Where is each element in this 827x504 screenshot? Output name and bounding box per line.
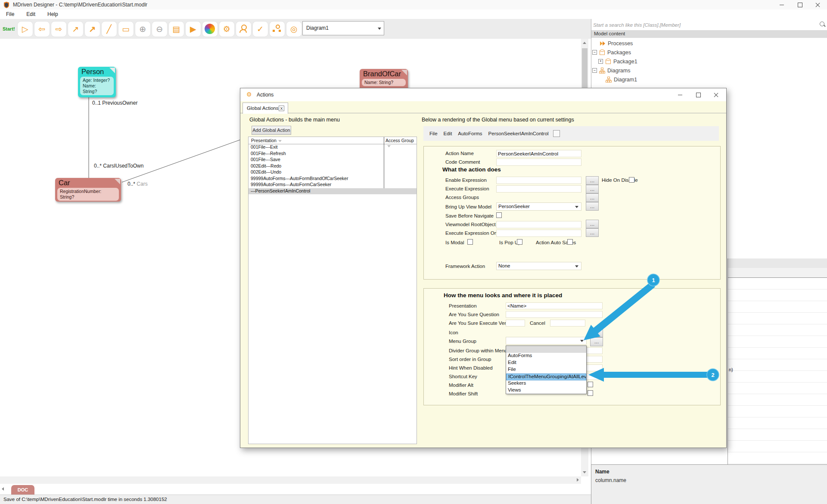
enable-expression-input[interactable] bbox=[496, 177, 581, 184]
save-before-navigate-checkbox[interactable] bbox=[496, 212, 502, 218]
code-comment-input[interactable] bbox=[496, 159, 581, 166]
dropdown-item[interactable]: AutoForms bbox=[506, 353, 586, 360]
dropdown-item-empty[interactable] bbox=[506, 346, 586, 353]
action-row[interactable]: 002Edit---Undo bbox=[249, 169, 417, 176]
action-row[interactable]: 001File---Exit bbox=[249, 144, 417, 151]
tree-item-diagrams[interactable]: − Diagrams bbox=[592, 66, 631, 75]
action-row[interactable]: 99999AutoForms---AutoFormBrandOfCarSeeke… bbox=[249, 176, 417, 182]
are-you-sure-verb-input[interactable] bbox=[506, 320, 525, 327]
horizontal-scrollbar[interactable] bbox=[0, 476, 581, 484]
is-modal-checkbox[interactable] bbox=[467, 239, 473, 245]
bring-up-view-model-combo[interactable]: PersonSeeker bbox=[496, 202, 581, 211]
action-row[interactable]: 99999AutoForms---AutoFormCarSeeker bbox=[249, 182, 417, 188]
class-car[interactable]: Car RegistrationNumber: String? bbox=[55, 178, 121, 202]
class-person[interactable]: Person Age: Integer? Name: String? bbox=[78, 67, 116, 97]
modifier-alt-checkbox[interactable] bbox=[588, 382, 593, 387]
menu-edit[interactable]: Edit bbox=[20, 11, 41, 17]
nav-back-icon[interactable]: ⇦ bbox=[34, 21, 50, 37]
menu-help[interactable]: Help bbox=[41, 11, 64, 17]
is-pop-up-checkbox[interactable] bbox=[517, 239, 522, 245]
hide-on-disable-checkbox[interactable] bbox=[629, 177, 634, 183]
pattern-nodes-icon[interactable] bbox=[269, 21, 285, 37]
icon-ellipsis-button[interactable]: … bbox=[590, 328, 603, 337]
action-row-selected[interactable]: ---PersonSeekerIAmInControl bbox=[249, 188, 417, 195]
dashed-line-icon[interactable]: ╱ bbox=[101, 21, 117, 37]
menu-group-ellipsis-button[interactable]: … bbox=[590, 337, 603, 346]
tab-scroll-left-icon[interactable] bbox=[2, 487, 4, 491]
tree-item-packages[interactable]: − Packages bbox=[592, 48, 631, 57]
search-icon[interactable] bbox=[820, 22, 824, 26]
preview-menu-extra-icon[interactable] bbox=[553, 130, 560, 137]
validate-check-icon[interactable]: ✓ bbox=[252, 21, 268, 37]
dialog-title-bar[interactable]: ⚙ Actions bbox=[240, 88, 726, 101]
frame-select-icon[interactable]: ▭ bbox=[118, 21, 134, 37]
viewmodel-rootobject-ellipsis-button[interactable]: … bbox=[586, 220, 599, 228]
doc-tab[interactable]: DOC bbox=[11, 485, 34, 495]
dropdown-item[interactable]: Seekers bbox=[506, 380, 586, 387]
run-play-icon[interactable]: ▷ bbox=[17, 21, 33, 37]
preview-menu-personseeker[interactable]: PersonSeekerIAmInControl bbox=[488, 131, 549, 136]
start-label[interactable]: Start! bbox=[0, 26, 17, 31]
scrollbar-thumb[interactable] bbox=[582, 48, 588, 91]
run-form-icon[interactable]: ▶ bbox=[185, 21, 201, 37]
diagram-selector[interactable]: Diagram1 bbox=[302, 21, 384, 35]
collapse-expander-icon[interactable]: − bbox=[592, 68, 597, 73]
preview-menu-autoforms[interactable]: AutoForms bbox=[458, 131, 482, 136]
scroll-down-icon[interactable] bbox=[583, 471, 586, 473]
access-groups-ellipsis-button[interactable]: … bbox=[586, 193, 599, 202]
preview-menu-edit[interactable]: Edit bbox=[444, 131, 452, 136]
tree-item-package1[interactable]: + Package1 bbox=[598, 57, 637, 66]
execute-expression-input[interactable] bbox=[496, 185, 581, 193]
styles-rings-icon[interactable]: ◎ bbox=[286, 21, 302, 37]
dropdown-item-selected[interactable]: IControlTheMenuGrouping/AtAllLevels bbox=[506, 373, 586, 380]
access-user-icon[interactable] bbox=[236, 21, 252, 37]
color-wheel-icon[interactable] bbox=[202, 21, 218, 37]
dialog-maximize-icon[interactable] bbox=[689, 90, 707, 100]
add-global-action-button[interactable]: Add Global Action bbox=[252, 126, 291, 135]
preview-menu-file[interactable]: File bbox=[429, 131, 438, 136]
autoform-window-icon[interactable]: ▤ bbox=[168, 21, 184, 37]
cancel-verb-input[interactable] bbox=[550, 320, 585, 327]
tree-item-diagram1[interactable]: Diagram1 bbox=[605, 75, 637, 84]
settings-gears-icon[interactable]: ⚙ bbox=[219, 21, 235, 37]
are-you-sure-question-input[interactable] bbox=[506, 311, 603, 318]
search-input[interactable] bbox=[592, 20, 815, 30]
execute-expression-onshow-ellipsis-button[interactable]: … bbox=[586, 228, 599, 237]
dialog-close-icon[interactable] bbox=[707, 90, 725, 100]
menu-file[interactable]: File bbox=[0, 11, 20, 17]
execute-expression-ellipsis-button[interactable]: … bbox=[586, 185, 599, 193]
presentation-input[interactable] bbox=[506, 302, 603, 309]
framework-action-combo[interactable]: None bbox=[496, 262, 581, 270]
tree-item-processes[interactable]: Processes bbox=[599, 39, 633, 48]
menu-group-combo[interactable] bbox=[506, 337, 587, 345]
tab-close-icon[interactable]: X bbox=[279, 106, 284, 111]
action-auto-saves-checkbox[interactable] bbox=[567, 239, 573, 245]
action-name-input[interactable] bbox=[496, 150, 581, 157]
zoom-out-icon[interactable]: ⊖ bbox=[152, 21, 168, 37]
dropdown-item[interactable]: Edit bbox=[506, 360, 586, 367]
action-row[interactable]: 001File---Refresh bbox=[249, 151, 417, 157]
action-row[interactable]: 001File---Save bbox=[249, 157, 417, 163]
global-actions-list[interactable]: Presentation Access Group 001File---Exit… bbox=[248, 137, 417, 444]
dialog-minimize-icon[interactable] bbox=[671, 90, 689, 100]
filter-funnel-icon[interactable] bbox=[278, 140, 282, 142]
close-button-icon[interactable] bbox=[809, 0, 827, 9]
collapse-expander-icon[interactable]: − bbox=[592, 50, 597, 55]
minimize-button-icon[interactable] bbox=[773, 0, 791, 9]
viewmodel-rootobject-input[interactable] bbox=[496, 221, 581, 228]
dropdown-item[interactable]: File bbox=[506, 367, 586, 373]
association-arrow-icon[interactable]: ↗ bbox=[68, 21, 84, 37]
maximize-button-icon[interactable] bbox=[791, 0, 809, 9]
association-directed-icon[interactable]: ↗ bbox=[84, 21, 100, 37]
zoom-in-icon[interactable]: ⊕ bbox=[135, 21, 151, 37]
tab-global-actions[interactable]: Global Actions X bbox=[243, 103, 288, 114]
bring-up-view-model-ellipsis-button[interactable]: … bbox=[586, 202, 599, 211]
nav-forward-icon[interactable]: ⇨ bbox=[51, 21, 67, 37]
execute-expression-onshow-input[interactable] bbox=[496, 230, 581, 237]
action-row[interactable]: 002Edit---Redo bbox=[249, 163, 417, 170]
dropdown-item[interactable]: Views bbox=[506, 387, 586, 394]
scroll-right-icon[interactable] bbox=[577, 478, 579, 482]
expand-expander-icon[interactable]: + bbox=[598, 59, 603, 64]
enable-expression-ellipsis-button[interactable]: … bbox=[586, 176, 599, 185]
scroll-up-icon[interactable] bbox=[583, 42, 586, 44]
